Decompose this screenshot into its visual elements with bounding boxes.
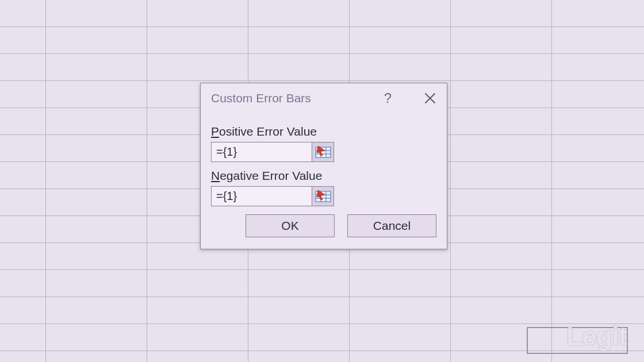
cancel-button[interactable]: Cancel	[347, 214, 436, 237]
custom-error-bars-dialog: Custom Error Bars ? Positive Error Value	[200, 83, 447, 249]
spreadsheet-cell[interactable]	[552, 324, 644, 351]
spreadsheet-cell[interactable]	[0, 27, 46, 54]
spreadsheet-cell[interactable]	[552, 135, 644, 162]
spreadsheet-cell[interactable]	[451, 270, 552, 297]
spreadsheet-cell[interactable]	[46, 135, 147, 162]
negative-error-label: Negative Error Value	[211, 169, 436, 183]
positive-error-label: Positive Error Value	[211, 125, 436, 138]
spreadsheet-cell[interactable]	[552, 351, 644, 362]
spreadsheet-cell[interactable]	[552, 243, 644, 270]
dialog-body: Positive Error Value Negative Error Valu…	[201, 111, 447, 249]
spreadsheet-cell[interactable]	[46, 243, 147, 270]
spreadsheet-cell[interactable]	[147, 324, 248, 351]
spreadsheet-cell[interactable]	[248, 0, 350, 27]
spreadsheet-cell[interactable]	[248, 324, 350, 351]
spreadsheet-cell[interactable]	[46, 297, 147, 324]
dialog-titlebar: Custom Error Bars ?	[201, 83, 447, 111]
spreadsheet-cell[interactable]	[0, 0, 46, 27]
spreadsheet-cell[interactable]	[0, 189, 46, 216]
positive-range-select-button[interactable]	[312, 142, 334, 162]
dialog-title: Custom Error Bars	[211, 91, 384, 105]
ok-button[interactable]: OK	[246, 214, 335, 237]
spreadsheet-cell[interactable]	[451, 351, 552, 362]
spreadsheet-cell[interactable]	[147, 54, 248, 81]
spreadsheet-cell[interactable]	[451, 108, 552, 135]
spreadsheet-cell[interactable]	[552, 27, 644, 54]
spreadsheet-cell[interactable]	[0, 270, 46, 297]
spreadsheet-cell[interactable]	[147, 270, 248, 297]
spreadsheet-cell[interactable]	[46, 108, 147, 135]
spreadsheet-cell[interactable]	[0, 243, 46, 270]
spreadsheet-cell[interactable]	[46, 162, 147, 189]
help-icon[interactable]: ?	[384, 90, 392, 106]
spreadsheet-cell[interactable]	[248, 297, 350, 324]
spreadsheet-cell[interactable]	[451, 243, 552, 270]
spreadsheet-cell[interactable]	[0, 324, 46, 351]
spreadsheet-cell[interactable]	[0, 108, 46, 135]
spreadsheet-cell[interactable]	[451, 324, 552, 351]
spreadsheet-cell[interactable]	[451, 297, 552, 324]
spreadsheet-cell[interactable]	[147, 27, 248, 54]
spreadsheet-cell[interactable]	[46, 54, 147, 81]
spreadsheet-cell[interactable]	[552, 189, 644, 216]
spreadsheet-cell[interactable]	[0, 297, 46, 324]
positive-error-input[interactable]	[211, 142, 312, 162]
spreadsheet-cell[interactable]	[0, 54, 46, 81]
spreadsheet-cell[interactable]	[46, 216, 147, 243]
spreadsheet-cell[interactable]	[451, 54, 552, 81]
negative-range-select-button[interactable]	[312, 186, 334, 206]
close-icon[interactable]	[424, 92, 436, 105]
spreadsheet-cell[interactable]	[552, 216, 644, 243]
spreadsheet-cell[interactable]	[248, 351, 350, 362]
spreadsheet-cell[interactable]	[350, 54, 451, 81]
spreadsheet-cell[interactable]	[0, 351, 46, 362]
spreadsheet-cell[interactable]	[46, 270, 147, 297]
spreadsheet-cell[interactable]	[46, 81, 147, 108]
spreadsheet-cell[interactable]	[552, 108, 644, 135]
spreadsheet-cell[interactable]	[350, 270, 451, 297]
spreadsheet-cell[interactable]	[248, 270, 350, 297]
spreadsheet-cell[interactable]	[147, 297, 248, 324]
spreadsheet-cell[interactable]	[451, 81, 552, 108]
spreadsheet-cell[interactable]	[552, 0, 644, 27]
spreadsheet-cell[interactable]	[147, 0, 248, 27]
spreadsheet-cell[interactable]	[0, 162, 46, 189]
spreadsheet-cell[interactable]	[0, 216, 46, 243]
spreadsheet-cell[interactable]	[46, 324, 147, 351]
spreadsheet-cell[interactable]	[552, 297, 644, 324]
spreadsheet-cell[interactable]	[46, 27, 147, 54]
spreadsheet-cell[interactable]	[248, 27, 350, 54]
spreadsheet-cell[interactable]	[46, 351, 147, 362]
spreadsheet-cell[interactable]	[0, 81, 46, 108]
spreadsheet-cell[interactable]	[350, 351, 451, 362]
spreadsheet-cell[interactable]	[552, 54, 644, 81]
spreadsheet-cell[interactable]	[46, 189, 147, 216]
spreadsheet-cell[interactable]	[350, 27, 451, 54]
spreadsheet-cell[interactable]	[552, 81, 644, 108]
spreadsheet-cell[interactable]	[147, 351, 248, 362]
negative-error-input[interactable]	[211, 186, 312, 206]
spreadsheet-cell[interactable]	[451, 162, 552, 189]
spreadsheet-cell[interactable]	[350, 297, 451, 324]
spreadsheet-cell[interactable]	[0, 135, 46, 162]
spreadsheet-cell[interactable]	[248, 54, 350, 81]
spreadsheet-cell[interactable]	[451, 189, 552, 216]
spreadsheet-cell[interactable]	[552, 162, 644, 189]
spreadsheet-cell[interactable]	[451, 135, 552, 162]
spreadsheet-cell[interactable]	[46, 0, 147, 27]
spreadsheet-cell[interactable]	[552, 270, 644, 297]
spreadsheet-cell[interactable]	[350, 0, 451, 27]
spreadsheet-cell[interactable]	[451, 0, 552, 27]
spreadsheet-cell[interactable]	[350, 324, 451, 351]
spreadsheet-cell[interactable]	[451, 27, 552, 54]
spreadsheet-cell[interactable]	[451, 216, 552, 243]
